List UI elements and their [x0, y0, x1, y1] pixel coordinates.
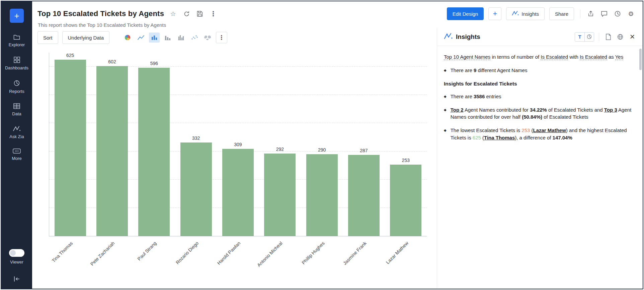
zia-icon — [13, 126, 21, 132]
kebab-menu-icon[interactable]: ⋮ — [209, 9, 218, 18]
insights-summary: Top 10 Agent Names in terms of number of… — [444, 53, 634, 61]
insights-title: Insights — [456, 33, 480, 41]
insights-header: Insights T — [437, 28, 643, 46]
map-chart-icon[interactable] — [203, 33, 213, 43]
sidebar-item-explorer[interactable]: Explorer — [1, 33, 32, 49]
sidebar-item-reports[interactable]: Reports — [1, 78, 32, 95]
insight-text-segment: as — [607, 54, 615, 60]
insight-text-segment: ( — [481, 135, 484, 140]
sidebar: + Explorer Dashboards Reports — [1, 1, 32, 289]
sort-button[interactable]: Sort — [37, 31, 58, 44]
insight-text-segment: with — [568, 54, 580, 60]
viewer-toggle[interactable] — [9, 249, 24, 257]
x-axis-label: Harold Pawlan — [216, 240, 242, 266]
bar[interactable] — [180, 142, 212, 236]
bar-value-label: 287 — [360, 148, 368, 153]
bar-value-label: 290 — [318, 147, 326, 153]
sidebar-item-data[interactable]: Data — [1, 102, 32, 118]
report-header: Top 10 Escalated Tickets by Agents ☆ ⋮ E… — [32, 1, 643, 28]
settings-gear-icon[interactable]: ⚙ — [627, 9, 635, 18]
create-new-button[interactable]: + — [10, 9, 24, 23]
line-chart-icon[interactable] — [136, 33, 146, 43]
insight-term[interactable]: Top 2 — [451, 107, 464, 113]
insight-term[interactable]: Lazar Mathew — [533, 127, 566, 133]
sidebar-item-ask-zia[interactable]: Ask Zia — [1, 124, 32, 140]
star-icon[interactable]: ☆ — [169, 9, 177, 18]
app-window: + Explorer Dashboards Reports — [1, 1, 643, 289]
toggle-knob — [10, 250, 16, 256]
pie-chart-icon[interactable] — [122, 33, 133, 43]
dashboard-grid-icon — [14, 57, 20, 63]
save-icon[interactable] — [195, 9, 204, 18]
close-icon[interactable]: × — [628, 33, 637, 41]
column-chart-icon[interactable] — [162, 33, 173, 43]
insights-chart-view-button[interactable] — [584, 33, 594, 41]
header-divider — [580, 10, 580, 18]
bar-value-label: 292 — [276, 147, 284, 152]
history-icon[interactable] — [613, 9, 622, 18]
pie-report-icon — [13, 80, 20, 86]
bar[interactable] — [264, 154, 296, 236]
insight-text: Top 2 Agent Names contributed for 34.22%… — [451, 106, 634, 121]
insight-text-segment: 253 — [521, 127, 530, 133]
x-axis-label-cell: Phillip Hughes — [301, 236, 343, 277]
insight-term[interactable]: Is Escalated — [580, 54, 607, 60]
viewer-label: Viewer — [10, 259, 23, 265]
bar[interactable] — [222, 149, 254, 236]
x-axis-label: Lazar Mathew — [385, 240, 409, 265]
comment-icon[interactable] — [600, 9, 609, 18]
add-report-button[interactable]: + — [488, 7, 501, 20]
more-dots-icon — [13, 149, 21, 154]
stacked-bar-chart-icon[interactable] — [176, 33, 186, 43]
collapse-sidebar-icon[interactable] — [13, 276, 20, 283]
bar-value-label: 602 — [108, 59, 116, 64]
page-title: Top 10 Escalated Tickets by Agents — [37, 9, 164, 18]
bullet-diamond-icon: ◆ — [444, 129, 447, 141]
sidebar-item-label: Reports — [9, 89, 24, 94]
insight-term[interactable]: Yes — [615, 54, 623, 60]
refresh-icon[interactable] — [182, 9, 191, 18]
x-axis-label: Tina Thomas — [51, 240, 74, 264]
document-icon[interactable] — [604, 33, 613, 41]
underlying-data-button[interactable]: Underlying Data — [62, 31, 110, 44]
sidebar-item-dashboards[interactable]: Dashboards — [1, 55, 32, 72]
folder-icon — [13, 34, 20, 40]
insight-term[interactable]: Top 10 Agent Names — [444, 54, 490, 60]
insight-bullet: ◆ The lowest Escalated Tickets is 253 (L… — [444, 127, 634, 141]
insight-text: The lowest Escalated Tickets is 253 (Laz… — [451, 127, 634, 141]
bar[interactable] — [390, 165, 421, 236]
chart-plot: 625602596332309292290287253 — [49, 53, 427, 236]
x-axis-label: Jasmine Frank — [342, 240, 368, 266]
x-axis-label-cell: Lazar Mathew — [385, 236, 427, 277]
share-button[interactable]: Share — [549, 7, 574, 20]
insight-term[interactable]: Top 3 — [604, 107, 617, 113]
insights-text-view-button[interactable]: T — [575, 33, 584, 41]
insights-actions: T × — [575, 32, 637, 42]
insight-term[interactable]: Is Escalated — [541, 54, 568, 60]
bar-chart: 625602596332309292290287253 Tina ThomasP… — [49, 53, 427, 277]
insights-button[interactable]: Insights — [506, 7, 545, 20]
scatter-chart-icon[interactable] — [189, 33, 200, 43]
bar[interactable] — [138, 68, 170, 236]
bar-value-label: 332 — [192, 135, 200, 141]
insight-text-segment: 9 — [474, 67, 476, 73]
bar[interactable] — [55, 60, 86, 236]
sidebar-item-label: Explorer — [9, 42, 25, 47]
more-chart-types-icon[interactable]: ⋮ — [216, 32, 227, 43]
language-globe-icon[interactable] — [616, 33, 625, 41]
insight-term[interactable]: Tina Thomas — [484, 135, 515, 140]
bar-column: 287 — [343, 53, 385, 236]
scrollbar-thumb[interactable] — [639, 49, 642, 70]
bar[interactable] — [348, 155, 380, 236]
bar-chart-icon[interactable] — [149, 33, 160, 43]
insight-text-segment: ), a difference of — [515, 135, 552, 140]
x-axis-label: Phillip Hughes — [301, 240, 326, 266]
edit-design-button[interactable]: Edit Design — [447, 7, 484, 20]
sidebar-item-label: Dashboards — [5, 65, 28, 70]
bar[interactable] — [306, 154, 338, 236]
export-icon[interactable] — [586, 9, 595, 18]
insight-text-segment: (50.84%) — [522, 114, 542, 120]
sidebar-item-more[interactable]: More — [1, 147, 32, 162]
bar[interactable] — [96, 66, 128, 236]
bar-value-label: 625 — [66, 53, 74, 58]
